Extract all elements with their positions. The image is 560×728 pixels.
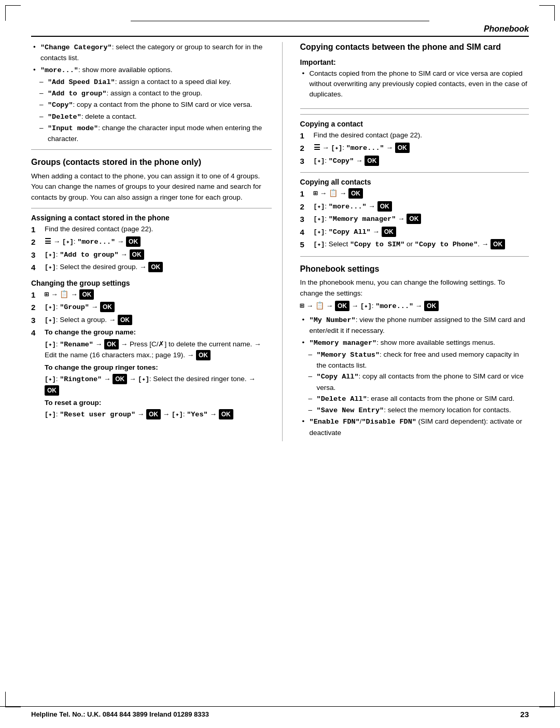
copy-contact-step-3: 3 [✦]: "Copy" → OK [300,156,529,167]
phonebook-settings-title: Phonebook settings [300,264,529,275]
ringer-title: To change the group ringer tones: [45,362,272,373]
reset-title: To reset a group: [45,398,272,408]
copying-section: Copying contacts between the phone and S… [300,42,529,109]
setting-my-number: "My Number": view the phone number assig… [300,315,529,337]
footer-helpline: Helpline Tel. No.: U.K. 0844 844 3899 Ir… [31,710,209,718]
change-step-4: 4 To change the group name: [✦]: "Rename… [31,327,272,420]
change-name-step: [✦]: "Rename" → OK → Press [C/✗] to dele… [45,339,272,361]
footer-page-number: 23 [520,710,529,719]
copying-title: Copying contacts between the phone and S… [300,42,529,53]
groups-title: Groups (contacts stored in the phone onl… [31,157,272,168]
copy-contact-step-2: 2 ☰ → [✦]: "more..." → OK [300,143,529,155]
change-name-block: To change the group name: [✦]: "Rename" … [45,327,272,420]
setting-memory-manager: "Memory manager": show more available se… [300,338,529,348]
assign-step-2: 2 ☰ → [✦]: "more..." → OK [31,236,272,248]
changing-steps: 1 ⊞ → 📋 → OK 2 [✦]: "Group" → OK [31,289,272,421]
right-column: Copying contacts between the phone and S… [298,42,529,441]
setting-memory-status: "Memory Status": check for free and used… [300,349,529,371]
corner-mark-tl [5,5,21,21]
copy-all-step-3: 3 [✦]: "Memory manager" → OK [300,214,529,226]
page: Phonebook "Change Category": select the … [0,0,560,728]
nav-icon: [✦] [62,237,74,247]
copying-contact-steps: 1 Find the desired contact (page 22). 2 … [300,130,529,167]
corner-mark-br [539,692,555,707]
groups-body: When adding a contact to the phone, you … [31,171,272,203]
bullet-input-mode: "Input mode": change the character input… [31,123,272,145]
changing-subsection: Changing the group settings 1 ⊞ → 📋 → OK… [31,279,272,421]
phonebook-settings-section: Phonebook settings In the phonebook menu… [300,264,529,438]
contacts-icon-1: 📋 [60,289,68,300]
assign-step-4: 4 [✦]: Select the desired group. → OK [31,262,272,274]
copying-contact-section: Copying a contact 1 Find the desired con… [300,120,529,167]
divider-2 [31,208,272,208]
ok-badge-3: OK [148,262,163,272]
groups-section: Groups (contacts stored in the phone onl… [31,157,272,420]
ok-badge: OK [126,236,141,247]
phonebook-settings-nav: ⊞ → 📋 → OK → [✦]: "more..." → OK [300,301,529,312]
phonebook-settings-list: "My Number": view the phone number assig… [300,315,529,438]
change-step-2: 2 [✦]: "Group" → OK [31,302,272,314]
bullet-copy: "Copy": copy a contact from the phone to… [31,100,272,110]
ok-badge-2: OK [130,249,144,260]
setting-copy-all: "Copy All": copy all contacts from the p… [300,371,529,393]
change-step-3: 3 [✦]: Select a group. → OK [31,315,272,327]
copy-all-step-4: 4 [✦]: "Copy All" → OK [300,227,529,239]
copy-all-step-1: 1 ⊞ → 📋 → OK [300,188,529,200]
changing-title: Changing the group settings [31,279,272,287]
assigning-title: Assigning a contact stored in the phone [31,214,272,222]
assign-step-3: 3 [✦]: "Add to group" → OK [31,249,272,261]
important-label: Important: [300,58,529,66]
important-text: Contacts copied from the phone to SIM ca… [300,68,529,100]
two-col-layout: "Change Category": select the category o… [31,42,529,441]
setting-save-new-entry: "Save New Entry": select the memory loca… [300,405,529,416]
divider-3 [300,114,529,115]
assigning-steps: 1 Find the desired contact (page 22). 2 … [31,224,272,274]
change-step-1: 1 ⊞ → 📋 → OK [31,289,272,301]
reset-step: [✦]: "Reset user group" → OK → [✦]: "Yes… [45,409,272,420]
bullet-delete: "Delete": delete a contact. [31,111,272,122]
bullet-change-category: "Change Category": select the category o… [31,42,272,64]
intro-bullet-list: "Change Category": select the category o… [31,42,272,144]
important-bullets: Contacts copied from the phone to SIM ca… [300,68,529,100]
phonebook-settings-intro: In the phonebook menu, you can change th… [300,277,529,299]
left-column: "Change Category": select the category o… [31,42,283,441]
change-name-title: To change the group name: [45,327,272,338]
menu-icon-1: ⊞ [45,289,49,300]
bullet-more: "more...": show more available options. [31,65,272,76]
bullet-add-to-group: "Add to group": assign a contact to the … [31,88,272,99]
page-header-title: Phonebook [484,24,529,33]
ringer-step: [✦]: "Ringtone" → OK → [✦]: Select the d… [45,374,272,396]
corner-mark-bl [5,692,21,707]
copying-all-steps: 1 ⊞ → 📋 → OK 2 [✦]: "more..." → OK 3 [300,188,529,251]
assigning-subsection: Assigning a contact stored in the phone … [31,214,272,274]
assign-step-1: 1 Find the desired contact (page 22). [31,224,272,236]
divider-4 [300,172,529,173]
top-line [131,21,429,21]
copying-all-title: Copying all contacts [300,178,529,186]
setting-delete-all: "Delete All": erase all contacts from th… [300,394,529,404]
copy-all-step-2: 2 [✦]: "more..." → OK [300,201,529,213]
copying-contact-title: Copying a contact [300,120,529,128]
divider-1 [31,149,272,150]
copying-all-section: Copying all contacts 1 ⊞ → 📋 → OK 2 [✦]:… [300,178,529,251]
footer: Helpline Tel. No.: U.K. 0844 844 3899 Ir… [0,706,560,719]
copy-all-step-5: 5 [✦]: Select "Copy to SIM" or "Copy to … [300,239,529,251]
divider-5 [300,256,529,257]
setting-enable-fdn: "Enable FDN"/"Disable FDN" (SIM card dep… [300,416,529,438]
page-header: Phonebook [31,24,529,37]
bullet-add-speed-dial: "Add Speed Dial": assign a contact to a … [31,77,272,88]
copy-contact-step-1: 1 Find the desired contact (page 22). [300,130,529,142]
corner-mark-tr [539,5,555,21]
